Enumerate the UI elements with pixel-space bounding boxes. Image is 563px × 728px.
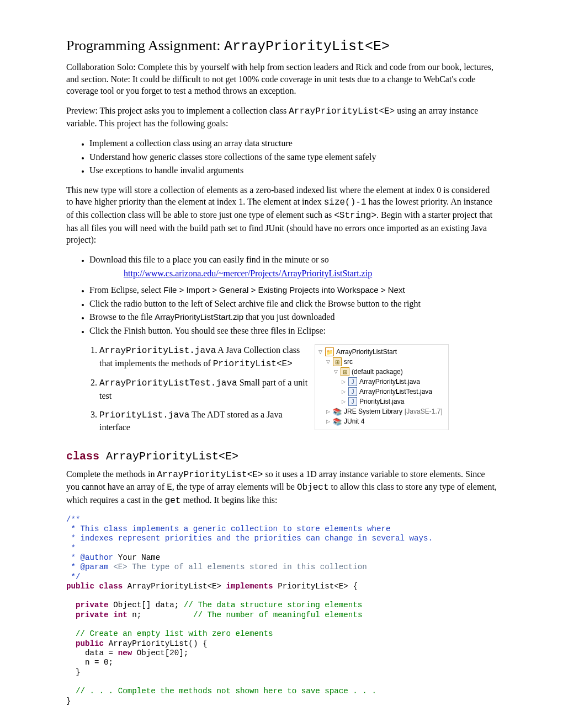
tree-label: src <box>344 357 353 367</box>
list-item: Click the Finish button. You should see … <box>89 325 497 337</box>
f2-code: ArrayPriorityListTest.java <box>99 378 237 388</box>
tree-label-dim: [JavaSE-1.7] <box>405 406 443 416</box>
c-m4: get <box>165 496 181 506</box>
c-c: , the type of array elements will be <box>172 482 297 491</box>
code-token: class <box>94 582 123 591</box>
eclipse-a: From Eclipse, select <box>89 285 163 295</box>
list-item: ArrayPriorityList.java A Java Collection… <box>99 344 309 370</box>
c-m2: E <box>167 483 172 493</box>
list-item: Use exceptions to handle invalid argumen… <box>89 164 497 176</box>
steps-list: Download this file to a place you can ea… <box>66 254 497 337</box>
tree-row-pkg: ▽ ⊞ (default package) <box>317 367 443 377</box>
code-token: // The number of meaningful elements <box>193 611 363 619</box>
code-token: * indexes represent priorities and the p… <box>66 534 433 543</box>
triangle-right-icon: ▷ <box>325 408 331 416</box>
code-token: data = <box>66 649 118 657</box>
code-token: implements <box>226 582 273 591</box>
browse-a: Browse to the file <box>89 312 155 322</box>
tree-label: ArrayPriorityListStart <box>336 347 397 357</box>
java-file-icon: J <box>348 377 357 386</box>
tree-label: PriorityList.java <box>359 397 404 406</box>
code-token: // . . . Complete the methods not shown … <box>66 687 376 695</box>
title-prefix: Programming Assignment: <box>66 38 224 53</box>
c-a: Complete the methods in <box>66 469 157 479</box>
preview-mono: ArrayPriorityList<E> <box>289 106 395 116</box>
f1-code: ArrayPriorityList.java <box>99 346 216 356</box>
library-icon: 📚 <box>333 408 342 415</box>
zero-m1: size()-1 <box>324 197 367 207</box>
code-token: n; <box>128 611 193 619</box>
para-zero: This new type will store a collection of… <box>66 184 497 246</box>
code-token: private <box>66 601 109 609</box>
tree-label: ArrayPriorityListTest.java <box>359 387 432 397</box>
java-file-icon: J <box>348 387 357 396</box>
code-token: // Create an empty list with zero elemen… <box>66 629 273 638</box>
triangle-right-icon: ▷ <box>341 378 346 386</box>
download-link[interactable]: http://www.cs.arizona.edu/~mercer/Projec… <box>124 269 372 278</box>
tree-row-src: ▽ ⊞ src <box>317 357 443 367</box>
triangle-right-icon: ▷ <box>341 388 346 396</box>
c-m1: ArrayPriorityList<E> <box>157 470 263 480</box>
files-and-tree: ArrayPriorityList.java A Java Collection… <box>66 344 497 440</box>
list-item: Download this file to a place you can ea… <box>89 254 497 280</box>
tree-row-file: ▷ J ArrayPriorityListTest.java <box>317 387 443 397</box>
code-token: Your Name <box>113 553 160 562</box>
tree-row-jre: ▷ 📚 JRE System Library [JavaSE-1.7] <box>317 406 443 416</box>
page-title: Programming Assignment: ArrayPriorityLis… <box>66 38 497 55</box>
tree-row-junit: ▷ 📚 JUnit 4 <box>317 416 443 426</box>
files-col: ArrayPriorityList.java A Java Collection… <box>66 344 309 440</box>
browse-c: that you just downloaded <box>243 312 334 322</box>
list-item: ArrayPriorityListTest.java Small part of… <box>99 377 309 402</box>
tree-row-project: ▽ 📁 ArrayPriorityListStart <box>317 347 443 357</box>
files-list: ArrayPriorityList.java A Java Collection… <box>66 344 309 433</box>
java-file-icon: J <box>348 397 357 406</box>
code-token: PriorityList<E> { <box>273 582 358 591</box>
f1-b: PriorityList<E> <box>213 359 293 369</box>
code-token: // The data structure storing elements <box>184 601 363 609</box>
code-token: } <box>66 697 71 705</box>
code-token: n = 0; <box>66 658 113 667</box>
triangle-right-icon: ▷ <box>341 398 346 406</box>
header-keyword: class <box>66 450 99 463</box>
project-icon: 📁 <box>325 347 334 356</box>
list-item: Browse to the file ArrayPriorityListStar… <box>89 311 497 323</box>
goals-list: Implement a collection class using an ar… <box>66 137 497 176</box>
package-explorer: ▽ 📁 ArrayPriorityListStart ▽ ⊞ src ▽ ⊞ (… <box>315 344 449 430</box>
tree-row-file: ▷ J PriorityList.java <box>317 397 443 406</box>
list-item: PriorityList.java The ADT stored as a Ja… <box>99 409 309 433</box>
code-token: Object[20]; <box>132 649 188 657</box>
code-token: */ <box>66 572 81 581</box>
eclipse-b: File > Import > General > Existing Proje… <box>163 285 405 295</box>
code-token: new <box>118 649 132 657</box>
code-token: * @param <box>66 563 109 571</box>
code-token: /** <box>66 515 81 524</box>
code-token: <E> The type of all elements stored in t… <box>109 563 367 571</box>
tree-row-file: ▷ J ArrayPriorityList.java <box>317 377 443 387</box>
header-rest: ArrayPriorityList<E> <box>99 450 238 463</box>
title-mono: ArrayPriorityList<E> <box>224 39 390 55</box>
package-icon: ⊞ <box>341 367 349 376</box>
tree-label: (default package) <box>352 367 403 377</box>
code-token: Object[] data; <box>109 601 184 609</box>
page: Programming Assignment: ArrayPriorityLis… <box>0 0 563 728</box>
c-e: method. It begins like this: <box>180 495 277 505</box>
code-block: /** * This class implements a generic co… <box>66 515 497 706</box>
triangle-right-icon: ▷ <box>325 418 331 426</box>
triangle-down-icon: ▽ <box>317 349 323 356</box>
para-collab: Collaboration Solo: Complete this by you… <box>66 61 497 97</box>
code-token: * This class implements a generic collec… <box>66 524 390 533</box>
section-header: class ArrayPriorityList<E> <box>66 450 497 463</box>
list-item: From Eclipse, select File > Import > Gen… <box>89 284 497 296</box>
tree-label: JRE System Library <box>344 406 402 416</box>
preview-a: Preview: This project asks you to implem… <box>66 106 289 115</box>
code-token: ArrayPriorityList<E> <box>123 582 226 591</box>
code-token: private int <box>66 611 128 619</box>
list-item: Implement a collection class using an ar… <box>89 137 497 149</box>
para-preview: Preview: This project asks you to implem… <box>66 105 497 130</box>
code-token: ArrayPriorityList() { <box>104 639 207 648</box>
code-token: public <box>66 582 94 591</box>
library-icon: 📚 <box>333 417 342 425</box>
step-download: Download this file to a place you can ea… <box>89 255 329 264</box>
triangle-down-icon: ▽ <box>333 368 338 376</box>
tree-label: ArrayPriorityList.java <box>359 377 420 387</box>
